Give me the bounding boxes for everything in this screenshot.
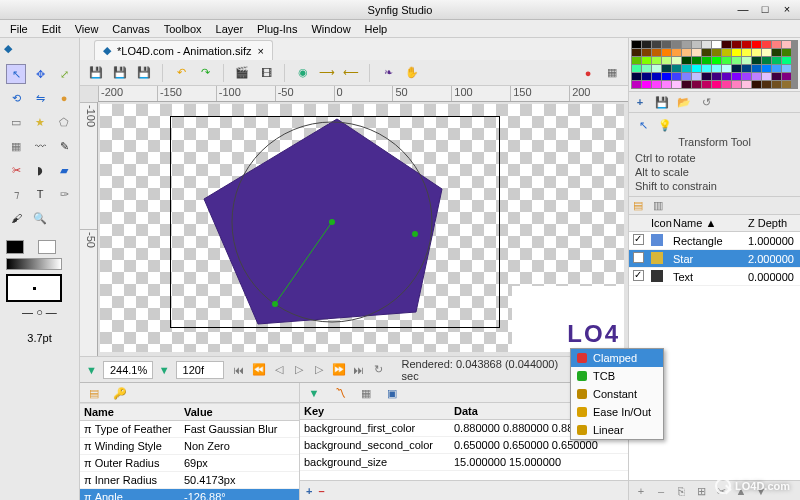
menu-toolbox[interactable]: Toolbox — [158, 21, 208, 37]
palette-swatch[interactable] — [722, 41, 731, 48]
interp-ease-in-out[interactable]: Ease In/Out — [571, 403, 663, 421]
gradient-tool[interactable]: ▦ — [6, 136, 26, 156]
minimize-button[interactable]: — — [736, 2, 750, 16]
add-color-button[interactable]: + — [633, 95, 647, 109]
palette-swatch[interactable] — [702, 65, 711, 72]
children-tab-icon[interactable]: ▦ — [358, 385, 374, 401]
palette-swatch[interactable] — [762, 73, 771, 80]
palette-swatch[interactable] — [712, 65, 721, 72]
palette-swatch[interactable] — [652, 41, 661, 48]
palette-swatch[interactable] — [752, 73, 761, 80]
save-palette-button[interactable]: 💾 — [655, 95, 669, 109]
seek-start-button[interactable]: ⏮ — [230, 361, 248, 379]
palette-swatch[interactable] — [782, 81, 791, 88]
interp-clamped[interactable]: Clamped — [571, 349, 663, 367]
palette-swatch[interactable] — [772, 65, 781, 72]
palette-swatch[interactable] — [742, 81, 751, 88]
palette-swatch[interactable] — [732, 73, 741, 80]
param-row[interactable]: π Outer Radius69px — [80, 455, 299, 472]
interp-constant[interactable]: Constant — [571, 385, 663, 403]
palette-swatch[interactable] — [632, 73, 641, 80]
palette-swatch[interactable] — [692, 65, 701, 72]
palette-swatch[interactable] — [632, 41, 641, 48]
palette-swatch[interactable] — [672, 81, 681, 88]
palette-swatch[interactable] — [702, 49, 711, 56]
palette-swatch[interactable] — [762, 41, 771, 48]
palette-swatch[interactable] — [762, 65, 771, 72]
gradient-editor[interactable] — [6, 258, 62, 270]
col-key[interactable]: Key — [300, 403, 450, 419]
palette-swatch[interactable] — [662, 65, 671, 72]
palette-swatch[interactable] — [692, 41, 701, 48]
seek-next-kf-button[interactable]: ⏩ — [330, 361, 348, 379]
palette-swatch[interactable] — [682, 57, 691, 64]
palette-swatch[interactable] — [732, 65, 741, 72]
palette-swatch[interactable] — [662, 81, 671, 88]
palette-swatch[interactable] — [682, 81, 691, 88]
hand-button[interactable]: ✋ — [402, 63, 422, 83]
close-tab-icon[interactable]: × — [258, 45, 264, 57]
col-zdepth[interactable]: Z Depth — [744, 215, 800, 231]
palette-swatch[interactable] — [642, 81, 651, 88]
col-visible[interactable] — [629, 215, 647, 231]
palette-swatch[interactable] — [732, 57, 741, 64]
param-row[interactable]: π Type of FeatherFast Gaussian Blur — [80, 421, 299, 438]
menu-window[interactable]: Window — [305, 21, 356, 37]
palette-swatch[interactable] — [632, 65, 641, 72]
record-button[interactable]: ● — [578, 63, 598, 83]
palette-swatch[interactable] — [772, 73, 781, 80]
layer-visible-checkbox[interactable] — [633, 270, 644, 281]
palette-swatch[interactable] — [652, 49, 661, 56]
layer-row[interactable]: Text0.000000 — [629, 268, 800, 286]
palette-swatch[interactable] — [752, 57, 761, 64]
frame-field[interactable]: 120f — [176, 361, 224, 379]
canvas-area[interactable]: -200-150-100-50050100150200 -100-50 LO4 — [80, 86, 628, 356]
loop-button[interactable]: ↻ — [370, 361, 388, 379]
col-icon[interactable]: Icon — [647, 215, 669, 231]
palette-swatch[interactable] — [722, 81, 731, 88]
radius-handle[interactable] — [412, 231, 418, 237]
onion-skin-button[interactable]: ⟵ — [341, 63, 361, 83]
palette-swatch[interactable] — [752, 81, 761, 88]
palette-swatch[interactable] — [712, 57, 721, 64]
palette-swatch[interactable] — [692, 73, 701, 80]
palette-swatch[interactable] — [682, 65, 691, 72]
canvas[interactable]: LO4 — [100, 104, 624, 352]
document-tab[interactable]: ◆ *LO4D.com - Animation.sifz × — [94, 40, 273, 60]
palette-swatch[interactable] — [712, 81, 721, 88]
play-button[interactable]: ▷ — [290, 361, 308, 379]
param-row[interactable]: π Angle-126.88° — [80, 489, 299, 500]
param-value[interactable]: -126.88° — [180, 489, 299, 500]
palette-swatch[interactable] — [742, 41, 751, 48]
menu-canvas[interactable]: Canvas — [106, 21, 155, 37]
text-tool[interactable]: T — [30, 184, 50, 204]
layer-remove-button[interactable]: – — [653, 483, 669, 499]
circle-tool[interactable]: ● — [54, 88, 74, 108]
palette-swatch[interactable] — [742, 57, 751, 64]
meta-tab-icon[interactable]: ▣ — [384, 385, 400, 401]
palette-swatch[interactable] — [642, 41, 651, 48]
palette-swatch[interactable] — [642, 57, 651, 64]
smooth-move-tool[interactable]: ✥ — [30, 64, 50, 84]
angle-handle[interactable] — [272, 301, 278, 307]
palette-swatch[interactable] — [742, 65, 751, 72]
layer-row[interactable]: Rectangle1.000000 — [629, 232, 800, 250]
palette-swatch[interactable] — [702, 73, 711, 80]
palette-swatch[interactable] — [722, 49, 731, 56]
param-value[interactable]: 50.4173px — [180, 472, 299, 488]
palette-swatch[interactable] — [672, 57, 681, 64]
outline-preview[interactable] — [6, 274, 62, 302]
saveall-button[interactable]: 💾 — [134, 63, 154, 83]
sketch-tool[interactable]: ✑ — [54, 184, 74, 204]
palette-swatch[interactable] — [672, 49, 681, 56]
layer-visible-checkbox[interactable] — [633, 234, 644, 245]
palette-swatch[interactable] — [772, 41, 781, 48]
cutout-tool[interactable]: ✂ — [6, 160, 26, 180]
remove-meta-button[interactable]: – — [318, 485, 324, 497]
add-meta-button[interactable]: + — [306, 485, 312, 497]
draw-tool[interactable]: ✎ — [54, 136, 74, 156]
onion-prev-button[interactable]: ◉ — [293, 63, 313, 83]
zoom-tool[interactable]: 🔍 — [30, 208, 50, 228]
interp-linear[interactable]: Linear — [571, 421, 663, 439]
param-value[interactable]: Fast Gaussian Blur — [180, 421, 299, 437]
